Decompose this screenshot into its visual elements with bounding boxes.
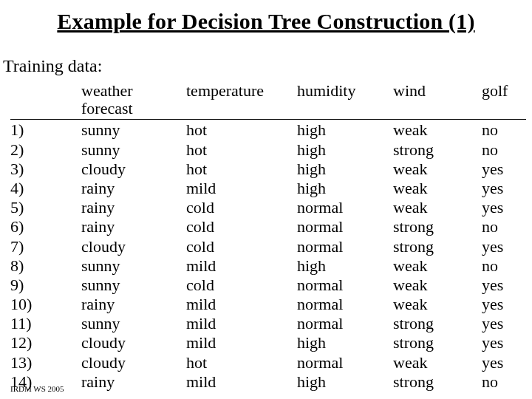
cell-wind: weak — [393, 197, 482, 216]
cell-weather: rainy — [81, 216, 186, 236]
cell-golf: yes — [482, 332, 526, 352]
cell-wind: weak — [393, 294, 482, 313]
cell-golf: no — [482, 256, 526, 275]
cell-wind: strong — [393, 216, 482, 236]
row-index: 13) — [10, 352, 81, 372]
cell-golf: yes — [482, 197, 526, 216]
row-index: 1) — [10, 120, 81, 139]
cell-wind: weak — [393, 178, 482, 197]
cell-wind: strong — [393, 313, 482, 332]
table-row: 4)rainymildhighweakyes — [10, 178, 526, 197]
table-row: 6)rainycoldnormalstrongno — [10, 216, 526, 236]
cell-golf: yes — [482, 294, 526, 313]
table-row: 7)cloudycoldnormalstrongyes — [10, 236, 526, 256]
cell-weather: sunny — [81, 120, 186, 139]
cell-humidity: normal — [297, 236, 393, 256]
cell-weather: cloudy — [81, 236, 186, 256]
table-row: 1)sunnyhothighweakno — [10, 120, 526, 139]
cell-temperature: mild — [186, 313, 297, 332]
cell-humidity: normal — [297, 352, 393, 372]
cell-temperature: hot — [186, 120, 297, 139]
cell-humidity: high — [297, 332, 393, 352]
col-wind-header: wind — [393, 82, 482, 120]
row-index: 8) — [10, 256, 81, 275]
cell-golf: yes — [482, 313, 526, 332]
cell-humidity: high — [297, 120, 393, 139]
cell-temperature: hot — [186, 352, 297, 372]
table-row: 10)rainymildnormalweakyes — [10, 294, 526, 313]
row-index: 4) — [10, 178, 81, 197]
row-index: 5) — [10, 197, 81, 216]
training-table: weather forecast temperature humidity wi… — [10, 82, 526, 391]
cell-temperature: mild — [186, 256, 297, 275]
row-index: 9) — [10, 275, 81, 294]
cell-humidity: high — [297, 372, 393, 391]
col-index-header — [10, 82, 81, 120]
cell-temperature: mild — [186, 178, 297, 197]
cell-weather: cloudy — [81, 159, 186, 178]
cell-weather: cloudy — [81, 352, 186, 372]
subtitle: Training data: — [0, 34, 532, 82]
cell-weather: cloudy — [81, 332, 186, 352]
cell-weather: sunny — [81, 313, 186, 332]
cell-humidity: normal — [297, 275, 393, 294]
cell-wind: strong — [393, 372, 482, 391]
cell-humidity: normal — [297, 216, 393, 236]
cell-wind: weak — [393, 256, 482, 275]
cell-humidity: high — [297, 178, 393, 197]
footer-text: IRDM WS 2005 — [10, 384, 64, 393]
table-row: 9)sunnycoldnormalweakyes — [10, 275, 526, 294]
row-index: 12) — [10, 332, 81, 352]
table-row: 5)rainycoldnormalweakyes — [10, 197, 526, 216]
cell-humidity: high — [297, 159, 393, 178]
table-row: 13)cloudyhotnormalweakyes — [10, 352, 526, 372]
cell-weather: rainy — [81, 294, 186, 313]
cell-golf: yes — [482, 236, 526, 256]
slide: Example for Decision Tree Construction (… — [0, 0, 532, 399]
cell-humidity: normal — [297, 197, 393, 216]
cell-temperature: cold — [186, 275, 297, 294]
row-index: 2) — [10, 140, 81, 159]
cell-wind: strong — [393, 236, 482, 256]
col-golf-header: golf — [482, 82, 526, 120]
table-row: 12)cloudymildhighstrongyes — [10, 332, 526, 352]
table-header: weather forecast temperature humidity wi… — [10, 82, 526, 120]
cell-temperature: cold — [186, 216, 297, 236]
cell-wind: weak — [393, 352, 482, 372]
page-title: Example for Decision Tree Construction (… — [0, 0, 532, 34]
table-row: 11)sunnymildnormalstrongyes — [10, 313, 526, 332]
cell-weather: rainy — [81, 197, 186, 216]
cell-temperature: mild — [186, 332, 297, 352]
cell-temperature: hot — [186, 159, 297, 178]
cell-weather: sunny — [81, 140, 186, 159]
cell-weather: rainy — [81, 372, 186, 391]
row-index: 6) — [10, 216, 81, 236]
table-body: 1)sunnyhothighweakno2)sunnyhothighstrong… — [10, 120, 526, 391]
cell-weather: sunny — [81, 275, 186, 294]
col-weather-line2: forecast — [81, 99, 133, 117]
cell-temperature: hot — [186, 140, 297, 159]
cell-humidity: high — [297, 256, 393, 275]
cell-weather: rainy — [81, 178, 186, 197]
table-row: 3)cloudyhothighweakyes — [10, 159, 526, 178]
cell-temperature: cold — [186, 197, 297, 216]
table-row: 14)rainymildhighstrongno — [10, 372, 526, 391]
cell-humidity: normal — [297, 294, 393, 313]
table-row: 8)sunnymildhighweakno — [10, 256, 526, 275]
cell-temperature: mild — [186, 372, 297, 391]
col-weather-header: weather forecast — [81, 82, 186, 120]
cell-temperature: mild — [186, 294, 297, 313]
cell-wind: weak — [393, 120, 482, 139]
cell-golf: no — [482, 140, 526, 159]
cell-wind: strong — [393, 332, 482, 352]
cell-golf: no — [482, 120, 526, 139]
table-row: 2)sunnyhothighstrongno — [10, 140, 526, 159]
row-index: 7) — [10, 236, 81, 256]
cell-golf: yes — [482, 159, 526, 178]
col-humidity-header: humidity — [297, 82, 393, 120]
cell-wind: weak — [393, 159, 482, 178]
row-index: 11) — [10, 313, 81, 332]
col-weather-line1: weather — [81, 81, 133, 100]
cell-golf: yes — [482, 178, 526, 197]
cell-wind: strong — [393, 140, 482, 159]
